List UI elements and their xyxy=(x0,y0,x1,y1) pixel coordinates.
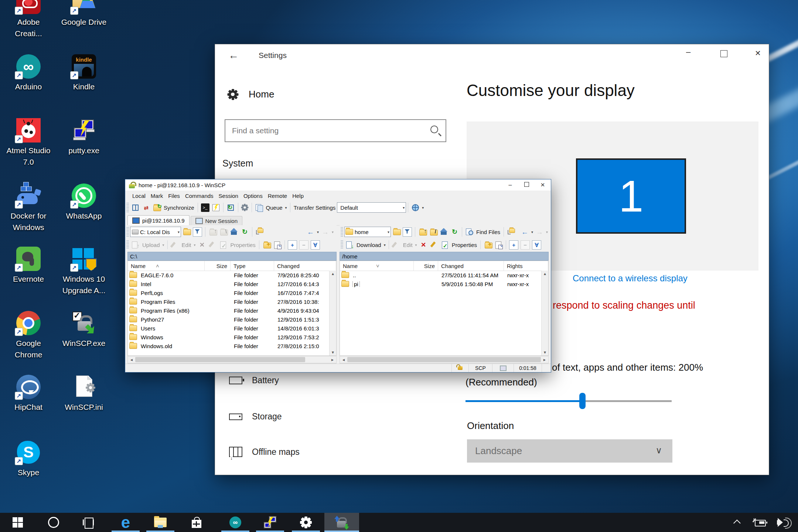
taskbar-start-button[interactable] xyxy=(0,513,35,532)
menu-item-session[interactable]: Session xyxy=(219,193,238,199)
forward-icon[interactable]: → xyxy=(321,228,330,236)
close-button[interactable]: ✕ xyxy=(535,182,551,188)
edit-icon[interactable] xyxy=(392,241,400,249)
desktop-icon-skype[interactable]: S ↗ Skype xyxy=(4,440,53,478)
invert-selection-icon[interactable]: ∀ xyxy=(532,240,541,250)
menu-item-mark[interactable]: Mark xyxy=(151,193,163,199)
desktop-icon-hipchat[interactable]: ↗ HipChat xyxy=(4,375,53,413)
new-link-icon[interactable]: ↗ xyxy=(273,241,282,249)
scroll-up-icon[interactable]: ▲ xyxy=(330,272,336,276)
column-header-changed[interactable]: Changed xyxy=(274,261,336,271)
back-icon[interactable]: ← xyxy=(521,228,529,236)
forward-caret-icon[interactable]: ▾ xyxy=(546,230,548,234)
properties-label[interactable]: Properties xyxy=(452,242,477,248)
taskbar-store-button[interactable] xyxy=(179,513,214,532)
forward-icon[interactable]: → xyxy=(535,228,544,236)
back-icon[interactable]: ← xyxy=(228,49,239,61)
scaling-slider[interactable] xyxy=(466,393,672,409)
desktop-icon-evernote[interactable]: ↗ Evernote xyxy=(4,247,53,285)
taskbar-arduino-button[interactable]: ∞ xyxy=(218,513,253,532)
left-vertical-scrollbar[interactable]: ▲ ▼ xyxy=(329,271,336,356)
root-directory-icon[interactable]: / xyxy=(429,228,437,236)
menu-item-options[interactable]: Options xyxy=(243,193,263,199)
right-horizontal-scrollbar[interactable]: ◄ ► xyxy=(340,356,549,363)
scroll-left-icon[interactable]: ◄ xyxy=(340,358,347,362)
queue-label[interactable]: Queue xyxy=(266,205,283,211)
settings-home-row[interactable]: Home xyxy=(227,89,274,100)
properties-check-icon[interactable]: ✓ xyxy=(441,241,449,249)
scroll-right-icon[interactable]: ► xyxy=(329,358,336,362)
display-1-box[interactable]: 1 xyxy=(576,158,686,234)
desktop-icon-kindle[interactable]: kindle ↗ Kindle xyxy=(59,54,108,92)
sidebar-item-storage[interactable]: Storage xyxy=(229,412,282,422)
upload-label[interactable]: Upload xyxy=(142,242,160,248)
maximize-button[interactable] xyxy=(712,50,736,59)
desktop-icon-whatsapp[interactable]: ↗ WhatsApp xyxy=(59,183,108,222)
properties-check-icon[interactable]: ✓ xyxy=(219,241,228,249)
download-caret-icon[interactable]: ▾ xyxy=(384,243,386,247)
refresh-icon[interactable]: ↻ xyxy=(450,228,459,236)
file-row[interactable]: IntelFile folder12/7/2016 6:14:3 xyxy=(128,279,330,288)
root-directory-icon[interactable]: \ xyxy=(219,228,228,236)
menu-item-commands[interactable]: Commands xyxy=(185,193,214,199)
parent-directory-icon[interactable]: ↑ xyxy=(418,228,427,236)
search-icon[interactable] xyxy=(430,126,438,133)
desktop-icon-chrome[interactable]: ↗ Google Chrome xyxy=(4,311,53,360)
synchronize-icon[interactable]: ↻ xyxy=(153,203,161,212)
minimize-button[interactable]: – xyxy=(676,47,700,57)
sidebar-item-battery[interactable]: Battery xyxy=(229,375,279,385)
new-link-icon[interactable]: ↗ xyxy=(494,241,503,249)
filter-icon[interactable] xyxy=(193,227,202,237)
desktop-icon-google-drive[interactable]: ↗ Google Drive xyxy=(59,0,108,28)
parent-directory-icon[interactable]: ↑ xyxy=(208,228,217,236)
invert-selection-icon[interactable]: ∀ xyxy=(311,240,320,250)
rename-icon[interactable] xyxy=(430,241,439,249)
close-button[interactable]: ✕ xyxy=(747,49,769,58)
menu-item-files[interactable]: Files xyxy=(168,193,180,199)
back-icon[interactable]: ← xyxy=(306,228,315,236)
file-row[interactable]: Windows.oldFile folder27/8/2016 2:15:0 xyxy=(128,341,330,350)
synchronize-label[interactable]: Synchronize xyxy=(164,205,194,211)
scroll-right-icon[interactable]: ► xyxy=(541,358,548,362)
minimize-button[interactable]: – xyxy=(502,182,518,188)
scroll-down-icon[interactable]: ▼ xyxy=(330,350,336,354)
tab-new-session[interactable]: New Session xyxy=(191,216,243,225)
select-minus-icon[interactable]: − xyxy=(521,240,530,250)
wireless-display-link[interactable]: Connect to a wireless display xyxy=(573,273,688,284)
slider-handle[interactable] xyxy=(579,393,586,409)
left-drive-combo[interactable]: C: Local Dis ▾ xyxy=(130,227,181,237)
file-row[interactable]: Python27File folder12/9/2016 1:51:3 xyxy=(128,315,330,324)
scroll-up-icon[interactable]: ▲ xyxy=(542,272,548,276)
queue-icon[interactable] xyxy=(255,203,263,212)
delete-icon[interactable]: ✕ xyxy=(419,241,428,249)
column-header-name[interactable]: Name˅ xyxy=(340,261,414,271)
file-row[interactable]: Program FilesFile folder27/8/2016 10:38: xyxy=(128,297,330,306)
column-header-size[interactable]: Size xyxy=(205,261,231,271)
home-directory-icon[interactable] xyxy=(230,228,238,236)
open-directory-icon[interactable] xyxy=(392,228,400,236)
back-caret-icon[interactable]: ▾ xyxy=(317,230,319,234)
properties-label[interactable]: Properties xyxy=(230,242,255,248)
file-row[interactable]: EAGLE-7.6.0File folder7/9/2016 8:25:40 xyxy=(128,271,330,279)
select-minus-icon[interactable]: − xyxy=(299,240,308,250)
remote-dir-combo[interactable]: home ▾ xyxy=(344,227,391,237)
open-directory-icon[interactable] xyxy=(182,228,191,236)
edit-caret-icon[interactable]: ▾ xyxy=(415,243,417,247)
upload-icon[interactable]: ↑ xyxy=(131,241,140,249)
forward-caret-icon[interactable]: ▾ xyxy=(332,230,334,234)
find-files-label[interactable]: Find Files xyxy=(476,229,500,235)
winscp-titlebar[interactable]: home - pi@192.168.10.9 - WinSCP – ✕ xyxy=(125,179,551,191)
orientation-dropdown[interactable]: Landscape ∨ xyxy=(467,439,672,463)
sidebar-item-offline-maps[interactable]: ↓ Offline maps xyxy=(229,447,300,457)
panels-layout-icon[interactable] xyxy=(131,203,140,212)
desktop-icon-winscp-ini[interactable]: WinSCP.ini xyxy=(59,375,108,413)
custom-command-icon[interactable] xyxy=(212,203,220,212)
file-row[interactable]: Program Files (x86)File folder4/9/2016 9… xyxy=(128,306,330,315)
column-header-name[interactable]: Name˄ xyxy=(128,261,205,271)
queue-caret-icon[interactable]: ▾ xyxy=(285,206,287,210)
edit-label[interactable]: Edit xyxy=(182,242,191,248)
search-box[interactable] xyxy=(225,119,446,142)
session-duration[interactable]: 0:01:58 xyxy=(514,364,542,372)
maximize-button[interactable] xyxy=(518,182,535,188)
tray-battery-button[interactable] xyxy=(749,513,770,532)
